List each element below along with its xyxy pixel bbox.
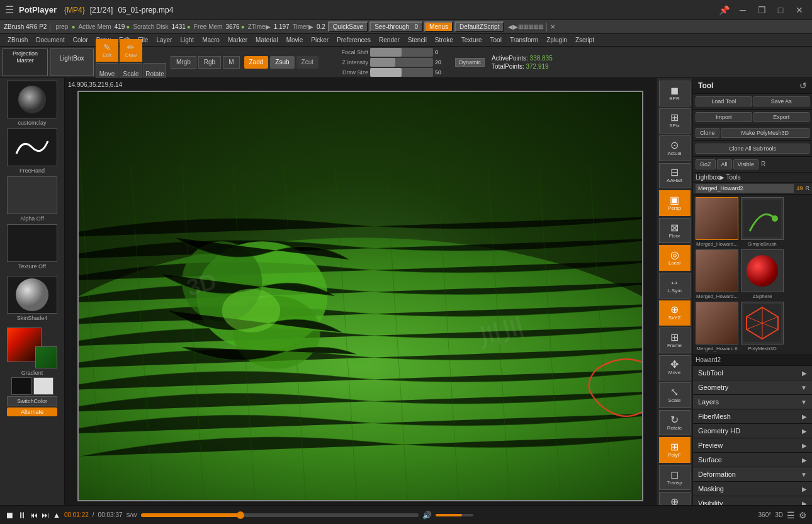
section-masking[interactable]: Masking ▶ bbox=[693, 482, 812, 496]
alpha-selector[interactable]: Alpha Off bbox=[4, 176, 60, 222]
stop-button[interactable]: ⏹ bbox=[5, 510, 14, 520]
spix-button[interactable]: ⊞ SPix bbox=[659, 108, 691, 134]
zsub-button[interactable]: Zsub bbox=[270, 56, 294, 69]
minimize-button[interactable]: ─ bbox=[735, 3, 750, 18]
export-button[interactable]: Export bbox=[753, 112, 810, 122]
section-geometry[interactable]: Geometry ▼ bbox=[693, 380, 812, 395]
timeline-track[interactable] bbox=[141, 513, 419, 517]
load-tool-button[interactable]: Load Tool bbox=[696, 96, 752, 106]
volume-icon[interactable]: 🔊 bbox=[422, 511, 432, 520]
zadd-button[interactable]: Zadd bbox=[244, 56, 269, 69]
clone-all-subtools-button[interactable]: Clone All SubTools bbox=[696, 144, 809, 154]
menu-preferences[interactable]: Preferences bbox=[333, 35, 375, 45]
next-button[interactable]: ⏭ bbox=[42, 511, 49, 520]
rotate-rsb-button[interactable]: ↻ Rotate bbox=[659, 410, 691, 436]
menu-picker[interactable]: Picker bbox=[307, 35, 332, 45]
actual-button[interactable]: ⊙ Actual bbox=[659, 135, 691, 161]
settings-icon[interactable]: ⚙ bbox=[799, 510, 807, 520]
edit-button[interactable]: ✎ Edit bbox=[96, 39, 118, 62]
draw-size-slider[interactable] bbox=[370, 68, 433, 77]
z-intensity-slider[interactable] bbox=[370, 58, 433, 67]
maximize-button[interactable]: □ bbox=[773, 3, 788, 18]
see-through-button[interactable]: See-through 0 bbox=[369, 21, 423, 32]
floor-button[interactable]: ⊠ Floor bbox=[659, 218, 691, 244]
switch-color-button[interactable]: SwitchColor bbox=[7, 396, 57, 406]
polyf-button[interactable]: ⊞ PolyF bbox=[659, 437, 691, 463]
persp-button[interactable]: ▣ Persp bbox=[659, 190, 691, 216]
clone-button[interactable]: Clone bbox=[696, 128, 719, 138]
menu-stencil[interactable]: Stencil bbox=[404, 35, 431, 45]
save-as-button[interactable]: Save As bbox=[753, 96, 810, 106]
thumb-merged-howard2[interactable]: Merged_Howard... bbox=[696, 249, 738, 299]
bpr-button[interactable]: ◼ BPR bbox=[659, 81, 691, 106]
menu-material[interactable]: Material bbox=[252, 35, 282, 45]
texture-selector[interactable]: Texture Off bbox=[4, 224, 60, 270]
section-layers[interactable]: Layers ▼ bbox=[693, 395, 812, 409]
menu-zscript[interactable]: Zscript bbox=[572, 35, 598, 45]
close-button[interactable]: ✕ bbox=[792, 3, 807, 18]
menu-document[interactable]: Document bbox=[32, 35, 69, 45]
pin-button[interactable]: 📌 bbox=[716, 3, 731, 18]
menu-texture[interactable]: Texture bbox=[458, 35, 486, 45]
brush-selector[interactable]: customclay bbox=[4, 81, 60, 126]
menu-zbrush[interactable]: ZBrush bbox=[4, 35, 31, 45]
close-zb-icon[interactable]: ✕ bbox=[550, 23, 555, 30]
viewport[interactable]: 3D 川川 bbox=[77, 91, 643, 501]
zcut-button[interactable]: Zcut bbox=[296, 56, 319, 69]
move-rsb-button[interactable]: ✥ Move bbox=[659, 355, 691, 381]
alternate-button[interactable]: Alternate bbox=[7, 407, 57, 416]
thumb-merged-howard[interactable]: Merged_Howard... bbox=[696, 197, 738, 247]
focal-shift-slider[interactable] bbox=[370, 48, 433, 57]
make-polymesh-button[interactable]: Make PolyMesh3D bbox=[721, 128, 809, 138]
section-fibermesh[interactable]: FiberMesh ▶ bbox=[693, 409, 812, 424]
playlist-icon[interactable]: ☰ bbox=[787, 510, 795, 520]
timeline-thumb[interactable] bbox=[237, 511, 244, 519]
material-selector[interactable]: SkinShade4 bbox=[4, 276, 60, 321]
menu-macro[interactable]: Macro bbox=[198, 35, 223, 45]
rgb-button[interactable]: Rgb bbox=[198, 56, 221, 69]
mrgb-button[interactable]: Mrgb bbox=[171, 56, 196, 69]
menu-color[interactable]: Color bbox=[69, 35, 92, 45]
restore-button[interactable]: ❐ bbox=[754, 3, 769, 18]
goz-button[interactable]: GoZ bbox=[696, 159, 716, 169]
local-button[interactable]: ◎ Local bbox=[659, 245, 691, 271]
visible-button[interactable]: Visible bbox=[733, 159, 758, 169]
all-button[interactable]: All bbox=[717, 159, 732, 169]
menus-button[interactable]: Menus bbox=[424, 21, 453, 32]
thumb-merged-howarc[interactable]: Merged_Howarc 6 bbox=[696, 302, 738, 351]
prev-button[interactable]: ⏮ bbox=[30, 511, 38, 520]
lsym-button[interactable]: ↔ L.Sym bbox=[659, 273, 691, 299]
m-button[interactable]: M bbox=[223, 56, 239, 69]
thumb-simplebrush[interactable]: SimpleBrush bbox=[741, 197, 784, 247]
section-surface[interactable]: Surface ▶ bbox=[693, 453, 812, 467]
transp-button[interactable]: ◻ Transp bbox=[659, 465, 691, 491]
color-picker[interactable] bbox=[7, 328, 57, 368]
sxyz-button[interactable]: ⊕ SxYZ bbox=[659, 300, 691, 326]
refresh-icon[interactable]: ↺ bbox=[799, 81, 807, 91]
color-swatches-row[interactable] bbox=[11, 377, 54, 395]
draw-button[interactable]: ✏ Draw bbox=[120, 39, 142, 62]
quicksave-button[interactable]: QuickSave bbox=[328, 21, 368, 32]
default-script-button[interactable]: DefaultZScript bbox=[454, 21, 504, 32]
stroke-selector[interactable]: FreeHand bbox=[4, 128, 60, 174]
projection-master-button[interactable]: Projection Master bbox=[3, 48, 48, 76]
hamburger-icon[interactable]: ☰ bbox=[5, 4, 14, 16]
menu-render[interactable]: Render bbox=[375, 35, 403, 45]
canvas-area[interactable]: 14.906,35.219,6.14 bbox=[65, 78, 656, 520]
menu-transform[interactable]: Transform bbox=[506, 35, 542, 45]
section-geometry-hd[interactable]: Geometry HD ▶ bbox=[693, 424, 812, 438]
menu-tool[interactable]: Tool bbox=[487, 35, 505, 45]
import-button[interactable]: Import bbox=[696, 112, 752, 122]
menu-zplugin[interactable]: Zplugin bbox=[543, 35, 571, 45]
menu-marker[interactable]: Marker bbox=[224, 35, 251, 45]
volume-track[interactable] bbox=[436, 514, 473, 516]
aahalf-button[interactable]: ⊟ AAHalf bbox=[659, 163, 691, 189]
section-subtool[interactable]: SubTool ▶ bbox=[693, 366, 812, 380]
frame-button[interactable]: ⊞ Frame bbox=[659, 328, 691, 353]
thumb-zsphere[interactable]: ZSphere bbox=[741, 249, 784, 299]
menu-movie[interactable]: Movie bbox=[283, 35, 307, 45]
howard2-bar[interactable]: Howard2 bbox=[693, 354, 812, 366]
thumb-polymesh3d[interactable]: PolyMesh3D bbox=[741, 302, 784, 351]
volume-button[interactable]: ▲ bbox=[53, 511, 60, 520]
section-preview[interactable]: Preview ▶ bbox=[693, 438, 812, 453]
